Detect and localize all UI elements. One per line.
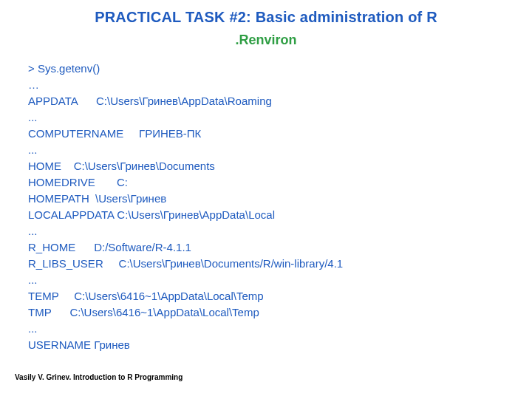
footer-text: Vasily V. Grinev. Introduction to R Prog… — [15, 373, 183, 381]
slide: PRACTICAL TASK #2: Basic administration … — [0, 0, 532, 399]
page-subtitle: .Renviron — [0, 33, 532, 48]
code-block: > Sys.getenv() … APPDATA C:\Users\Гринев… — [28, 61, 501, 353]
page-title: PRACTICAL TASK #2: Basic administration … — [0, 9, 532, 26]
